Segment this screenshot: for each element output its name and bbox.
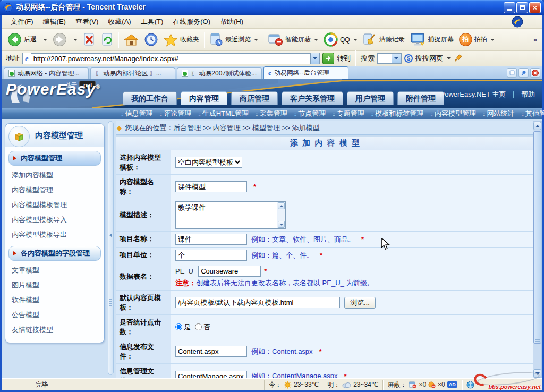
tab-crm[interactable]: 客户关系管理 [282,91,343,105]
tab-attachment-management[interactable]: 附件管理 [397,91,444,105]
table-name-input[interactable] [198,266,261,277]
sidebar-item-article-model[interactable]: 文章模型 [5,263,104,278]
subnav-template-tag-management[interactable]: ::模板和标签管理 [371,109,424,118]
help-link[interactable]: 帮助 [521,90,535,99]
home-button[interactable] [121,30,141,49]
block-counter-widget[interactable]: 屏蔽： ×0 ×0 AD [383,380,462,390]
subnav-site-statistics[interactable]: ::网站统计 [483,109,515,118]
item-name-input[interactable] [175,234,247,245]
clear-history-button[interactable]: 清除记录 [360,30,407,49]
sidebar-group-content-model[interactable]: 内容模型管理 [8,151,101,166]
sidebar-item-announcement-model[interactable]: 公告模型 [5,308,104,322]
forward-button[interactable] [50,30,70,49]
history-button[interactable] [141,30,161,49]
capture-screen-button[interactable]: 捕捉屏幕 [407,30,456,49]
address-combo: e [22,53,320,64]
search-dropdown-button[interactable] [392,54,401,63]
smart-block-button[interactable]: 智能屏蔽 [266,30,321,49]
browser-tab-1[interactable]: 动易网络 - 内容管理... [4,67,89,79]
menu-view[interactable]: 查看(V) [71,15,103,28]
item-unit-input[interactable] [175,250,247,261]
hits-yes-radio[interactable] [175,323,182,330]
powereasy-home-link[interactable]: PowerEasy.NET 主页 [440,90,506,99]
browser-tab-2[interactable]: 〖 动易内部讨论区 〗... [90,67,175,79]
sidebar-group-field-management[interactable]: 各内容模型的字段管理 [8,246,101,261]
go-label[interactable]: 转到 [337,54,351,63]
sidebar-item-content-model-management[interactable]: 内容模型管理 [5,183,104,198]
weather-widget[interactable]: 今： 23~33℃ 明： 23~34℃ [265,380,383,390]
address-input[interactable] [31,53,310,64]
tab-user-management[interactable]: 用户管理 [347,91,394,105]
minimize-button[interactable] [504,2,515,13]
content-scrollbar[interactable] [533,121,542,378]
search-field[interactable] [378,54,392,63]
sidebar-item-image-model[interactable]: 图片模型 [5,278,104,293]
menu-tools[interactable]: 工具(T) [136,15,168,28]
scroll-down-button[interactable] [278,221,285,228]
toolbar-overflow-button[interactable]: » [531,36,539,44]
sidebar-item-friend-link-model[interactable]: 友情链接模型 [5,322,104,337]
pin-tab-button[interactable] [518,68,529,78]
pencil-icon[interactable] [454,54,462,63]
back-button[interactable]: 后退 [5,30,39,49]
browse-button[interactable]: 浏览... [344,297,376,309]
model-template-select[interactable]: 空白内容模型模板 [175,157,242,168]
recent-browse-button[interactable]: 最近浏览 [207,30,261,49]
subnav-info-management[interactable]: ::信息管理 [121,109,153,118]
scrollbar[interactable] [277,202,285,228]
subnav-node-management[interactable]: ::节点管理 [294,109,326,118]
scrollbar-thumb[interactable] [533,131,541,344]
scroll-up-button[interactable] [278,202,285,209]
subnav-collection-management[interactable]: ::采集管理 [256,109,287,118]
subnav-html-generation[interactable]: ::生成HTML管理 [198,109,249,118]
hits-yes-option[interactable]: 是 [175,322,191,332]
sidebar-splitter[interactable] [108,121,114,375]
hits-no-radio[interactable] [195,323,202,330]
qq-button[interactable]: QQ [321,30,360,49]
go-button[interactable] [322,53,334,64]
subnav-comment-management[interactable]: ::评论管理 [160,109,192,118]
address-dropdown-button[interactable] [310,53,319,64]
chevron-down-icon[interactable] [447,57,451,59]
star-icon [164,33,178,47]
close-button[interactable]: × [529,2,541,13]
search-input[interactable] [377,53,402,64]
menu-edit[interactable]: 编辑(E) [38,15,71,28]
tab-content-management[interactable]: 内容管理 [181,91,227,105]
menu-help[interactable]: 帮助(H) [215,15,248,28]
forward-dropdown[interactable] [70,30,80,49]
tab-shop-management[interactable]: 商店管理 [231,91,278,105]
sidebar-item-model-template-management[interactable]: 内容模型模板管理 [5,198,104,212]
scroll-up-button[interactable] [533,122,541,130]
publish-file-input[interactable] [175,346,247,357]
subnav-other-management[interactable]: ::其他管理 [521,109,544,118]
radio-label: 是 [184,322,191,332]
stop-button[interactable] [80,30,98,49]
scroll-down-button[interactable] [533,369,541,378]
back-dropdown[interactable] [39,30,50,49]
refresh-button[interactable] [98,30,116,49]
sidebar-item-software-model[interactable]: 软件模型 [5,293,104,308]
manage-file-input[interactable] [175,371,247,378]
sidebar-item-add-content-model[interactable]: 添加内容模型 [5,168,104,183]
tab-list-button[interactable] [507,68,517,78]
close-tab-button[interactable] [530,68,540,78]
subnav-topic-management[interactable]: ::专题管理 [333,109,364,118]
favorites-button[interactable]: 收藏夹 [161,30,202,49]
browser-tab-4-active[interactable]: e 动易网络--后台管理 [264,66,348,79]
search-engine-label[interactable]: 搜搜网页 [415,54,443,63]
model-name-input[interactable] [175,181,247,192]
hits-no-option[interactable]: 否 [195,322,210,332]
browser-tab-3[interactable]: 〖 动易2007测试体验... [177,67,262,79]
tab-my-workbench[interactable]: 我的工作台 [123,91,177,105]
model-description-textarea[interactable]: 教学课件 [176,202,277,228]
sidebar-item-model-template-import[interactable]: 内容模型模板导入 [5,212,104,227]
menu-file[interactable]: 文件(F) [6,15,38,28]
menu-online-service[interactable]: 在线服务(O) [168,15,215,28]
maximize-button[interactable] [516,2,528,13]
subnav-content-model-management[interactable]: ::内容模型管理 [430,109,476,118]
default-template-input[interactable] [175,297,340,308]
menu-favorites[interactable]: 收藏(A) [103,15,135,28]
paipai-button[interactable]: 拍 拍拍 [456,30,497,49]
sidebar-item-model-template-export[interactable]: 内容模型模板导出 [5,227,104,242]
